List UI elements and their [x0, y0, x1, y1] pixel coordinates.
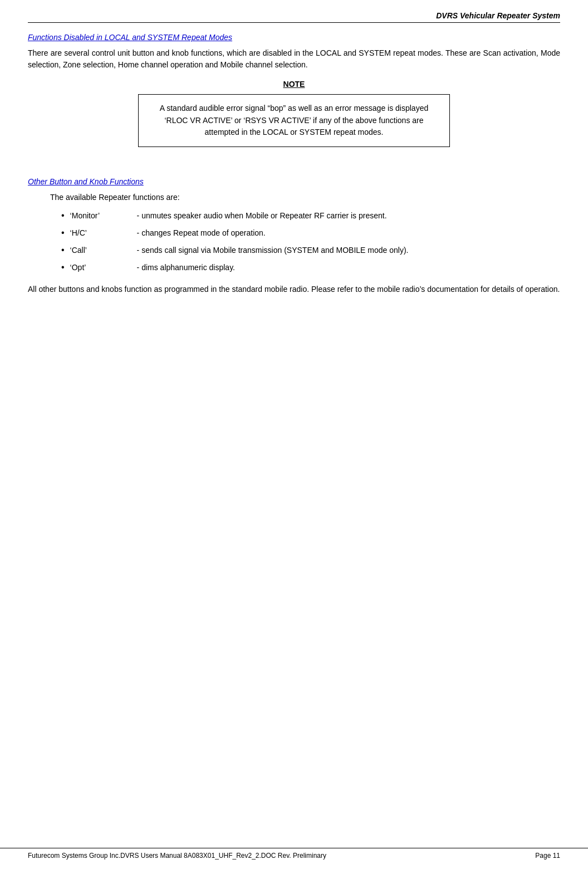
page-container: DVRS Vehicular Repeater System Functions… [0, 0, 588, 874]
bullet-dot: • [61, 227, 65, 239]
header-bar: DVRS Vehicular Repeater System [28, 11, 560, 23]
note-label: NOTE [28, 80, 560, 89]
bullet-key-2: ‘Call’ [70, 245, 137, 256]
section-gap [28, 164, 560, 177]
list-item: • ‘Call’ - sends call signal via Mobile … [61, 245, 560, 256]
bullet-dot: • [61, 210, 65, 222]
note-text: A standard audible error signal “bop” as… [160, 104, 428, 136]
bullet-desc-2: - sends call signal via Mobile transmiss… [137, 245, 409, 256]
list-item: • ‘Monitor’ - unmutes speaker audio when… [61, 210, 560, 222]
footer-right: Page 11 [535, 852, 560, 860]
bullet-key-1: ‘H/C’ [70, 227, 137, 239]
section2-heading[interactable]: Other Button and Knob Functions [28, 177, 144, 186]
note-box: A standard audible error signal “bop” as… [138, 94, 450, 147]
bullet-list: • ‘Monitor’ - unmutes speaker audio when… [61, 210, 560, 274]
bullet-dot: • [61, 245, 65, 256]
footer-left: Futurecom Systems Group Inc.DVRS Users M… [28, 852, 326, 860]
closing-paragraph: All other buttons and knobs function as … [28, 284, 560, 295]
footer-bar: Futurecom Systems Group Inc.DVRS Users M… [0, 848, 588, 863]
bullet-desc-0: - unmutes speaker audio when Mobile or R… [137, 210, 387, 222]
section1-paragraph: There are several control unit button an… [28, 47, 560, 71]
bullet-key-0: ‘Monitor’ [70, 210, 137, 222]
section2-intro: The available Repeater functions are: [50, 192, 560, 203]
header-title: DVRS Vehicular Repeater System [436, 11, 560, 20]
list-item: • ‘Opt’ - dims alphanumeric display. [61, 262, 560, 274]
bullet-desc-3: - dims alphanumeric display. [137, 262, 235, 274]
bullet-key-3: ‘Opt’ [70, 262, 137, 274]
bullet-desc-1: - changes Repeat mode of operation. [137, 227, 266, 239]
bullet-dot: • [61, 262, 65, 274]
list-item: • ‘H/C’ - changes Repeat mode of operati… [61, 227, 560, 239]
section1-heading[interactable]: Functions Disabled in LOCAL and SYSTEM R… [28, 33, 232, 42]
